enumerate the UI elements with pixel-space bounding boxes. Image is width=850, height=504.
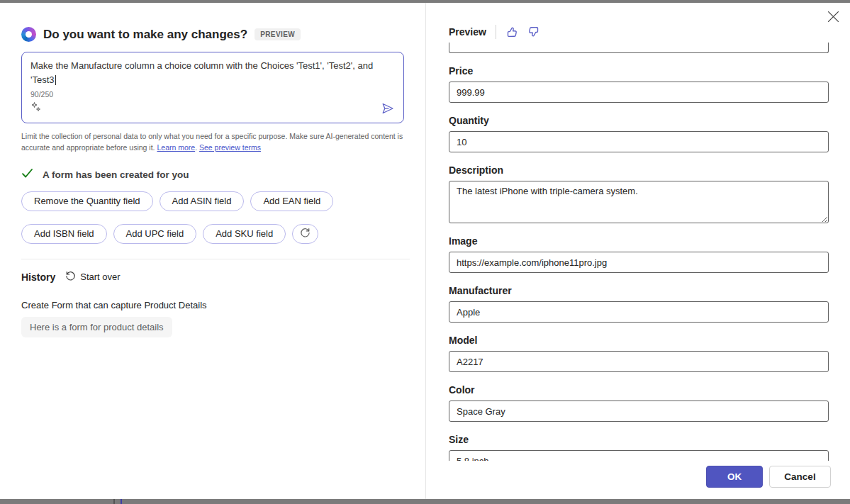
- field-group-price: Price: [449, 65, 829, 103]
- thumb-up-icon: [505, 26, 518, 38]
- chip-add-asin[interactable]: Add ASIN field: [160, 191, 245, 211]
- form-preview-panel: Preview Price Quantity Description: [425, 3, 850, 499]
- field-label-color: Color: [449, 383, 829, 396]
- color-input[interactable]: [449, 401, 829, 422]
- field-group-model: Model: [449, 334, 829, 372]
- close-icon: [827, 11, 839, 23]
- copilot-question-title: Do you want to make any changes?: [43, 28, 247, 42]
- field-label-description: Description: [449, 164, 829, 177]
- field-label-image: Image: [449, 235, 829, 247]
- checkmark-icon: [21, 168, 33, 181]
- field-group-manufacturer: Manufacturer: [449, 284, 829, 323]
- model-input[interactable]: [449, 351, 829, 372]
- start-over-button[interactable]: Start over: [65, 271, 120, 284]
- price-input[interactable]: [449, 82, 829, 103]
- ai-disclaimer: Limit the collection of personal data to…: [21, 130, 404, 154]
- cancel-button[interactable]: Cancel: [769, 466, 831, 488]
- field-group-description: Description The latest iPhone with tripl…: [449, 164, 829, 223]
- char-counter: 90/250: [30, 90, 395, 99]
- field-label-manufacturer: Manufacturer: [449, 284, 829, 297]
- field-group-color: Color: [449, 383, 829, 422]
- preview-heading: Preview: [449, 26, 486, 38]
- chip-add-ean[interactable]: Add EAN field: [250, 191, 333, 211]
- history-copilot-response: Here is a form for product details: [21, 317, 172, 337]
- manufacturer-input[interactable]: [449, 301, 829, 323]
- ok-button[interactable]: OK: [706, 466, 763, 488]
- field-label-price: Price: [449, 65, 829, 77]
- copilot-icon: [21, 27, 36, 42]
- copilot-panel: Do you want to make any changes? PREVIEW…: [0, 3, 425, 499]
- section-divider: [21, 259, 410, 259]
- chip-add-isbn[interactable]: Add ISBN field: [21, 224, 107, 244]
- chip-remove-quantity[interactable]: Remove the Quantity field: [21, 191, 153, 211]
- send-button[interactable]: [381, 101, 395, 116]
- status-text: A form has been created for you: [43, 169, 189, 180]
- start-over-label: Start over: [80, 271, 120, 282]
- preview-badge: PREVIEW: [255, 28, 301, 40]
- sparkles-icon: [30, 101, 42, 116]
- history-heading: History: [21, 271, 55, 283]
- taskbar-tick-accent: [121, 499, 122, 504]
- prompt-text[interactable]: Make the Manufacture column a choice col…: [30, 59, 392, 86]
- copilot-header: Do you want to make any changes? PREVIEW: [21, 27, 404, 42]
- prompt-input[interactable]: Make the Manufacture column a choice col…: [21, 52, 404, 123]
- form-preview-scroll-area[interactable]: Price Quantity Description The latest iP…: [449, 43, 829, 461]
- start-over-icon: [65, 271, 76, 284]
- description-textarea[interactable]: The latest iPhone with triple-camera sys…: [449, 181, 829, 223]
- close-button[interactable]: [826, 9, 841, 26]
- form-created-status: A form has been created for you: [21, 168, 404, 181]
- learn-more-link[interactable]: Learn more: [157, 143, 195, 152]
- field-label-model: Model: [449, 334, 829, 347]
- refresh-suggestions-button[interactable]: [292, 224, 318, 244]
- field-group-image: Image: [449, 235, 829, 273]
- preview-terms-link[interactable]: See preview terms: [199, 143, 261, 152]
- clipped-field-input[interactable]: [449, 43, 829, 53]
- text-cursor: [55, 75, 56, 85]
- thumbs-up-button[interactable]: [505, 26, 518, 38]
- header-separator: [496, 25, 496, 39]
- history-user-prompt: Create Form that can capture Product Det…: [21, 300, 404, 310]
- chip-add-upc[interactable]: Add UPC field: [113, 224, 197, 244]
- image-input[interactable]: [449, 252, 829, 273]
- field-label-size: Size: [449, 433, 829, 446]
- field-group-quantity: Quantity: [449, 114, 829, 152]
- thumbs-down-button[interactable]: [527, 26, 540, 38]
- chip-add-sku[interactable]: Add SKU field: [203, 224, 286, 244]
- refresh-icon: [300, 228, 311, 240]
- quantity-input[interactable]: [449, 131, 829, 152]
- field-group-size: Size: [449, 433, 829, 461]
- thumb-down-icon: [527, 26, 540, 38]
- field-label-quantity: Quantity: [449, 114, 829, 127]
- size-input[interactable]: [449, 450, 829, 461]
- window-bottom-chrome: [0, 499, 850, 504]
- suggestion-chips: Remove the Quantity field Add ASIN field…: [21, 191, 376, 244]
- taskbar-tick: [113, 499, 115, 504]
